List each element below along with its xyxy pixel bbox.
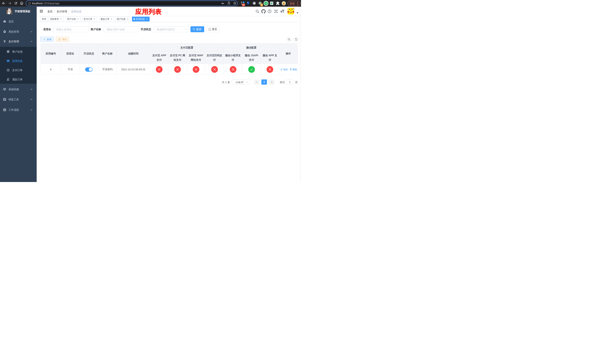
- svg-text:⌘: ⌘: [253, 2, 255, 4]
- svg-text:1: 1: [261, 4, 262, 6]
- svg-text:10: 10: [242, 4, 245, 6]
